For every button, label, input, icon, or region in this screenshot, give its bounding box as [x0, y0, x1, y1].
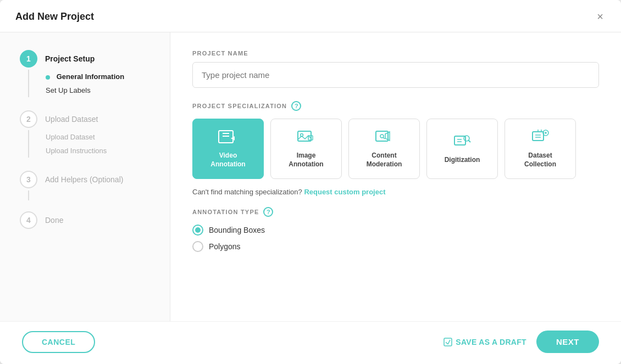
project-name-input[interactable] [192, 62, 599, 88]
svg-line-26 [448, 340, 450, 344]
step-3-row[interactable]: 3 Add Helpers (Optional) [20, 171, 154, 188]
step-2-sub-items: Upload Dataset Upload Instructions [28, 130, 154, 158]
step-1-sub-items: General Information Set Up Labels [28, 70, 154, 97]
next-button[interactable]: NEXT [536, 331, 599, 353]
step-3-group: 3 Add Helpers (Optional) [20, 171, 154, 203]
radio-bounding-boxes[interactable]: Bounding Boxes [192, 225, 599, 236]
spec-card-image[interactable]: ImageAnnotation [270, 119, 342, 179]
sub-dot-active [46, 75, 50, 80]
step-3-circle: 3 [20, 171, 37, 188]
step-4-circle: 4 [20, 211, 37, 229]
sub-item-general-info[interactable]: General Information [46, 70, 154, 83]
save-draft-button[interactable]: SAVE AS A DRAFT [443, 338, 526, 346]
modal-footer: CANCEL SAVE AS A DRAFT NEXT [0, 321, 621, 364]
step-2-row[interactable]: 2 Upload Dataset [20, 110, 154, 128]
save-draft-icon [443, 338, 452, 346]
radio-bounding-boxes-outer [192, 225, 203, 236]
dataset-collection-icon [530, 128, 550, 147]
svg-rect-7 [376, 131, 388, 141]
step-4-label: Done [45, 216, 63, 225]
step-2-circle: 2 [20, 110, 37, 128]
step-4-group: 4 Done [20, 211, 154, 231]
modal-body: 1 Project Setup General Information Set … [0, 32, 621, 321]
specialization-help-icon[interactable]: ? [291, 101, 301, 111]
svg-line-13 [468, 140, 470, 142]
spec-card-image-label: ImageAnnotation [289, 152, 323, 169]
step-1-circle: 1 [20, 50, 37, 68]
spec-card-content[interactable]: ContentModeration [348, 119, 420, 179]
step-1-label: Project Setup [45, 54, 95, 63]
sub-item-upload-instructions[interactable]: Upload Instructions [46, 144, 154, 158]
project-name-label: PROJECT NAME [192, 50, 599, 57]
image-annotation-icon [296, 128, 316, 147]
step-2-label: Upload Dataset [45, 115, 98, 124]
step-1-row[interactable]: 1 Project Setup [20, 50, 154, 68]
close-button[interactable]: × [595, 10, 606, 23]
video-annotation-icon [218, 128, 238, 147]
svg-line-25 [446, 342, 448, 344]
add-project-modal: Add New Project × 1 Project Setup Genera… [0, 0, 621, 364]
radio-polygons-outer [192, 241, 203, 252]
radio-polygons[interactable]: Polygons [192, 241, 599, 252]
digitization-icon [452, 133, 472, 152]
step-1-group: 1 Project Setup General Information Set … [20, 50, 154, 102]
content-moderation-icon [374, 128, 394, 147]
spec-card-dataset[interactable]: DatasetCollection [504, 119, 576, 179]
spec-card-digitization[interactable]: Digitization [426, 119, 498, 179]
request-custom-link[interactable]: Request custom project [304, 188, 385, 196]
specialization-label: PROJECT SPECIALIZATION [192, 103, 287, 109]
specialization-section: PROJECT SPECIALIZATION ? [192, 101, 599, 111]
svg-rect-24 [444, 338, 452, 346]
spec-card-digitization-label: Digitization [445, 156, 480, 165]
spec-card-dataset-label: DatasetCollection [524, 152, 556, 169]
cancel-button[interactable]: CANCEL [22, 331, 95, 353]
spec-card-video[interactable]: VideoAnnotation [192, 119, 264, 179]
modal-title: Add New Project [15, 11, 94, 23]
step-3-label: Add Helpers (Optional) [45, 175, 123, 184]
annotation-type-section: ANNOTATION TYPE ? [192, 207, 599, 217]
sub-item-upload-dataset[interactable]: Upload Dataset [46, 130, 154, 144]
svg-rect-16 [533, 132, 544, 141]
step-2-group: 2 Upload Dataset Upload Dataset Upload I… [20, 110, 154, 162]
radio-bounding-boxes-inner [195, 227, 201, 233]
annotation-type-label: ANNOTATION TYPE [192, 209, 259, 215]
spec-card-content-label: ContentModeration [367, 152, 402, 169]
sidebar: 1 Project Setup General Information Set … [0, 32, 170, 321]
annotation-type-help-icon[interactable]: ? [263, 207, 273, 217]
step-4-row[interactable]: 4 Done [20, 211, 154, 229]
step-3-connector [28, 191, 29, 200]
main-content: PROJECT NAME PROJECT SPECIALIZATION ? [170, 32, 621, 321]
modal-header: Add New Project × [0, 0, 621, 32]
svg-line-10 [383, 137, 385, 139]
specialization-grid: VideoAnnotation ImageAnnotation [192, 119, 599, 179]
spec-card-video-label: VideoAnnotation [210, 152, 245, 169]
annotation-options: Bounding Boxes Polygons [192, 225, 599, 252]
footer-right: SAVE AS A DRAFT NEXT [443, 331, 599, 353]
sub-item-setup-labels[interactable]: Set Up Labels [46, 83, 154, 97]
custom-link-row: Can't find matching specialization? Requ… [192, 188, 599, 196]
